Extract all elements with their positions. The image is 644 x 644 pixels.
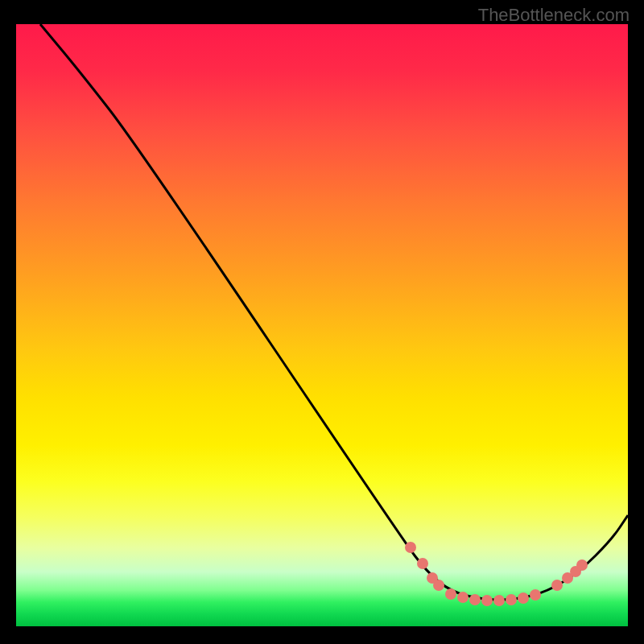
marker-dot (493, 595, 505, 606)
plot-area (16, 24, 628, 626)
marker-dot (576, 559, 588, 571)
marker-group (405, 542, 588, 606)
marker-dot (518, 592, 529, 604)
marker-dot (551, 580, 563, 591)
marker-dot (405, 542, 416, 553)
marker-dot (445, 588, 456, 600)
marker-dot (506, 594, 517, 605)
watermark-text: TheBottleneck.com (478, 5, 630, 26)
marker-dot (481, 595, 493, 606)
marker-dot (457, 592, 469, 603)
marker-dot (530, 589, 541, 601)
marker-dot (417, 558, 428, 569)
marker-dot (469, 594, 481, 605)
chart-svg (16, 24, 628, 626)
marker-dot (433, 580, 444, 591)
curve-path (40, 24, 628, 600)
